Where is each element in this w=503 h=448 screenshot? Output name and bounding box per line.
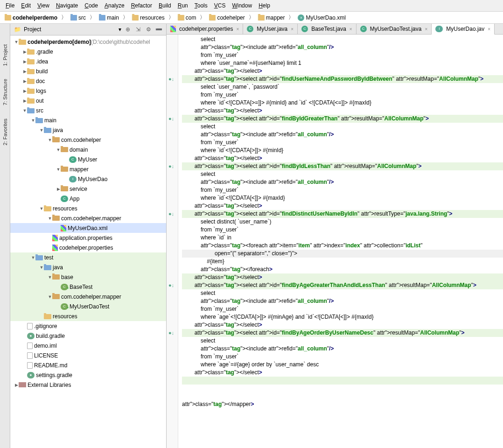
collapse-icon[interactable]: ⇲ — [134, 26, 142, 33]
code-line[interactable]: where `user_name`=#{userName} limit 1 — [182, 59, 503, 67]
code-line[interactable]: attr">class="tag"><foreach attr">item="i… — [182, 242, 503, 250]
code-line[interactable]: select — [182, 170, 503, 178]
code-line[interactable]: attr">class="tag"></select> — [182, 321, 503, 329]
menu-edit[interactable]: Edit — [18, 1, 34, 10]
code-line[interactable]: attr">class="tag"></select> — [182, 369, 503, 377]
code-line[interactable]: attr">class="tag"><select attr">id="find… — [182, 162, 503, 170]
tree-item[interactable]: ▼base — [10, 272, 166, 282]
tree-item[interactable]: ▶build — [10, 66, 166, 76]
code-line[interactable]: attr">class="tag"><include attr">refid="… — [182, 345, 503, 353]
code-line[interactable]: attr">class="tag"><include attr">refid="… — [182, 43, 503, 51]
close-icon[interactable]: × — [425, 27, 427, 32]
breadcrumb-item[interactable]: com — [176, 14, 198, 21]
close-icon[interactable]: × — [488, 27, 490, 32]
code-line[interactable]: select — [182, 123, 503, 131]
tree-arrow[interactable]: ▶ — [22, 49, 27, 54]
tree-arrow[interactable]: ▼ — [48, 138, 52, 142]
tree-arrow[interactable]: ▶ — [22, 79, 27, 84]
code-line[interactable] — [182, 392, 503, 400]
menu-vcs[interactable]: VCS — [211, 1, 229, 10]
close-icon[interactable]: × — [349, 27, 352, 32]
tree-arrow[interactable]: ▶ — [56, 187, 61, 191]
code-line[interactable] — [182, 385, 503, 392]
breadcrumb-item[interactable]: codehelperdemo — [3, 14, 59, 21]
code-line[interactable]: attr">class="tag"><select attr">id="find… — [182, 75, 503, 83]
tool-tab[interactable]: 2: Favorites — [1, 117, 9, 147]
tree-item[interactable]: ▼test — [10, 252, 166, 262]
tree-item[interactable]: application.properties — [10, 233, 166, 243]
tree-item[interactable]: ▶logs — [10, 86, 166, 96]
tree-item[interactable]: ▼java — [10, 262, 166, 272]
code-line[interactable]: where `id`<![CDATA[>]]> #{minId} — [182, 147, 503, 154]
close-icon[interactable]: × — [291, 27, 293, 32]
editor-tab[interactable]: IMyUserDao.jav× — [432, 24, 495, 35]
breadcrumb-item[interactable]: xMyUserDao.xml — [296, 14, 347, 21]
code-line[interactable]: from `my_user` — [182, 139, 503, 147]
code-line[interactable]: attr">class="tag"></select> — [182, 202, 503, 210]
gutter-implement-icon[interactable]: ●↓ — [168, 329, 175, 336]
menu-run[interactable]: Run — [175, 1, 191, 10]
hide-icon[interactable]: ➖ — [155, 26, 162, 33]
tree-arrow[interactable]: ▼ — [48, 216, 52, 221]
tree-item[interactable]: ▼codehelperdemo [demo] (D:\code\github\c… — [10, 37, 166, 47]
menu-file[interactable]: File — [3, 1, 17, 10]
tree-arrow[interactable]: ▼ — [31, 255, 35, 260]
menu-analyze[interactable]: Analyze — [102, 1, 127, 10]
code-line[interactable]: attr">class="tag"><include attr">refid="… — [182, 131, 503, 139]
code-line[interactable]: attr">class="tag"><select attr">id="find… — [182, 329, 503, 337]
tree-arrow[interactable]: ▼ — [39, 206, 44, 211]
tree-item[interactable]: ▶out — [10, 96, 166, 105]
tree-item[interactable]: resources — [10, 311, 166, 321]
code-line[interactable]: select `user_name`, `password` — [182, 83, 503, 91]
tree-item[interactable]: CMyUserDaoTest — [10, 301, 166, 311]
menu-refactor[interactable]: Refactor — [128, 1, 155, 10]
gutter-implement-icon[interactable]: ●↓ — [168, 162, 175, 170]
menu-window[interactable]: Window — [229, 1, 255, 10]
tree-arrow[interactable]: ▼ — [48, 294, 52, 299]
code-line[interactable]: from `my_user` — [182, 51, 503, 59]
tree-arrow[interactable]: ▼ — [39, 265, 44, 270]
code-line[interactable]: attr">class="tag"><select attr">id="find… — [182, 210, 503, 218]
breadcrumb-item[interactable]: src — [69, 14, 88, 21]
tree-item[interactable]: ▶.gradle — [10, 47, 166, 56]
dropdown-icon[interactable]: ▾ — [119, 26, 121, 33]
tree-item[interactable]: ▶doc — [10, 76, 166, 86]
tree-item[interactable]: ●build.gradle — [10, 331, 166, 341]
tree-arrow[interactable]: ▶ — [22, 89, 27, 93]
breadcrumb-item[interactable]: main — [97, 14, 121, 21]
code-line[interactable]: attr">class="tag"><include attr">refid="… — [182, 297, 503, 305]
tree-item[interactable]: ▼java — [10, 125, 166, 135]
menu-navigate[interactable]: Navigate — [53, 1, 81, 10]
code-line[interactable]: select — [182, 337, 503, 345]
menu-view[interactable]: View — [35, 1, 52, 10]
tree-arrow[interactable]: ▼ — [39, 128, 44, 133]
menu-help[interactable]: Help — [256, 1, 273, 10]
tree-item[interactable]: CBaseTest — [10, 282, 166, 292]
code-line[interactable]: attr">class="tag"><select attr">id="find… — [182, 115, 503, 123]
tree-arrow[interactable]: ▼ — [14, 40, 19, 44]
tool-tab[interactable]: 7: Structure — [1, 77, 9, 107]
code-line[interactable]: from `my_user` — [182, 353, 503, 361]
code-line[interactable]: open="(" separator="," close=")"> — [182, 250, 503, 258]
code-line[interactable]: select — [182, 289, 503, 297]
code-line[interactable]: attr">class="tag"></select> — [182, 273, 503, 281]
menu-code[interactable]: Code — [82, 1, 101, 10]
tree-item[interactable]: codehelper.properties — [10, 243, 166, 252]
tree-arrow[interactable]: ▶ — [22, 59, 27, 64]
code-line[interactable]: from `my_user` — [182, 186, 503, 194]
gutter-implement-icon[interactable]: ●↓ — [168, 210, 175, 217]
gutter-implement-icon[interactable]: ●↓ — [168, 75, 175, 83]
tree-item[interactable]: ▼resources — [10, 203, 166, 213]
gear-icon[interactable]: ⚙ — [145, 26, 152, 33]
tree-item[interactable]: ▼mapper — [10, 164, 166, 174]
breadcrumb-item[interactable]: mapper — [256, 14, 287, 21]
editor-tab[interactable]: codehelper.properties× — [167, 24, 243, 34]
breadcrumb-item[interactable]: resources — [130, 14, 167, 21]
tree-item[interactable]: CMyUser — [10, 154, 166, 164]
editor-tab[interactable]: CMyUserDaoTest.java× — [356, 24, 432, 34]
locate-icon[interactable]: ⊕ — [124, 26, 132, 33]
code-line[interactable]: where `age`=#{age} order by `user_name` … — [182, 361, 503, 369]
tree-item[interactable]: ●settings.gradle — [10, 370, 166, 380]
code-line[interactable]: select — [182, 35, 503, 43]
tree-item[interactable]: MyUserDao.xml — [10, 223, 166, 233]
